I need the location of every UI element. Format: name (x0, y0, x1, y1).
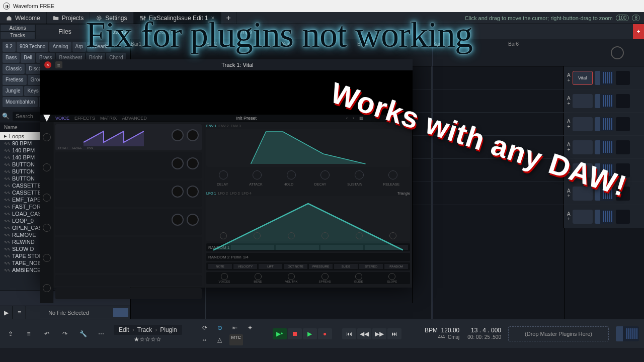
tag-arp[interactable]: Arp (72, 42, 87, 52)
tag-909-techno[interactable]: 909 Techno (17, 42, 49, 52)
macro-knob[interactable] (40, 152, 53, 183)
loop-icon[interactable]: ⟳ (199, 322, 210, 333)
tag-jungle[interactable]: Jungle (3, 86, 23, 96)
tag-9-2[interactable]: 9.2 (3, 42, 16, 52)
mtc-badge[interactable]: MTC (229, 334, 244, 345)
lfo-tab-3[interactable]: LFO 3 (230, 192, 239, 195)
macro-knob[interactable] (40, 122, 53, 152)
menu-icon[interactable]: ≡ (23, 328, 34, 339)
env-knob[interactable] (253, 170, 262, 179)
lfo-knob[interactable] (321, 232, 329, 239)
crumb-edit[interactable]: Edit (119, 326, 129, 333)
forward-end[interactable]: ⏭ (387, 328, 401, 339)
mod-source[interactable]: NOTE (208, 264, 232, 269)
plugin-slot-vital[interactable]: Vital (573, 71, 593, 85)
tag-moombahton[interactable]: Moombahton (3, 97, 38, 107)
more-icon[interactable]: ⋯ (96, 328, 107, 339)
file-list-button[interactable]: ≡ (13, 306, 26, 319)
mod-src-row[interactable]: NOTEVELOCITYLIFTOCT NOTEPRESSURESLIDESTE… (206, 262, 410, 270)
lfo-tab-2[interactable]: LFO 2 (218, 192, 227, 195)
stop-button[interactable] (288, 328, 302, 339)
tag-classic[interactable]: Classic (3, 64, 25, 74)
metronome-icon[interactable]: △ (214, 334, 225, 345)
global-knob[interactable]: BEND (242, 273, 274, 283)
play-button[interactable]: ▶ (303, 328, 317, 339)
vital-tab-effects[interactable]: EFFECTS (74, 116, 95, 121)
lfo-tab-1[interactable]: LFO 1 (206, 192, 216, 195)
file-play-button[interactable]: ▶ (0, 306, 13, 319)
sampler[interactable] (55, 209, 202, 235)
tab-welcome[interactable]: Welcome (0, 12, 47, 24)
env-tab-2[interactable]: ENV 2 (218, 124, 228, 128)
plugin-titlebar[interactable]: × ≡ Track 1: Vital (40, 59, 413, 70)
vital-search-icon[interactable]: 🔍 (404, 116, 410, 121)
actions-button[interactable]: Actions (0, 24, 35, 32)
tab-settings[interactable]: Settings (90, 12, 133, 24)
rating-stars[interactable]: ★☆☆☆☆ (114, 336, 182, 343)
envelope-display[interactable] (206, 129, 410, 167)
breadcrumb[interactable]: Edit › Track › Plugin (114, 325, 182, 335)
timecode[interactable]: 00: 00: 25 .500 (467, 334, 501, 341)
global-knob[interactable]: VOICES (208, 273, 240, 283)
vital-tab-voice[interactable]: VOICE (55, 116, 69, 121)
lfo-knob[interactable] (254, 232, 261, 239)
env-knob[interactable] (355, 170, 364, 179)
osc3-knob-b[interactable] (187, 186, 199, 198)
click-icon[interactable]: ✦ (245, 322, 256, 333)
tag-fretless[interactable]: Fretless (3, 75, 27, 85)
track-mixer[interactable] (595, 71, 614, 85)
tab-project[interactable]: FixScalingIssue Edit 1 × (134, 12, 221, 24)
vital-prev-preset[interactable]: ‹ (346, 116, 348, 121)
plugin-slot[interactable] (573, 163, 593, 177)
track-output[interactable] (616, 163, 630, 177)
plugin-close-button[interactable]: × (44, 61, 51, 68)
rewind-start[interactable]: ⏮ (342, 328, 356, 339)
record-button[interactable]: ● (318, 328, 332, 339)
track-mixer[interactable] (595, 163, 614, 177)
lfo-knob[interactable] (288, 232, 295, 239)
mod-source[interactable]: STEREO (359, 264, 383, 269)
pitch-wheel-row[interactable] (55, 275, 202, 286)
forward[interactable]: ▶▶ (372, 328, 386, 339)
env-knob[interactable] (320, 170, 330, 179)
vital-tab-advanced[interactable]: ADVANCED (122, 116, 146, 121)
smp-knob-b[interactable] (187, 214, 199, 226)
bpm-value[interactable]: 120.00 (441, 327, 460, 334)
osc2-knob-b[interactable] (187, 157, 199, 169)
track-output[interactable] (616, 71, 630, 85)
global-knob[interactable]: SPREAD (309, 273, 341, 283)
env-tab-3[interactable]: ENV 3 (230, 124, 240, 128)
plugin-slot[interactable] (573, 210, 593, 224)
osc3-knob-a[interactable] (172, 186, 184, 198)
mod-source[interactable]: VELOCITY (233, 264, 257, 269)
plugin-slot[interactable] (573, 187, 593, 201)
tab-add[interactable]: + (221, 12, 236, 24)
track-mixer[interactable] (595, 94, 614, 108)
track-output[interactable] (616, 140, 630, 154)
mod-source[interactable]: SLIDE (334, 264, 358, 269)
plugin-slot[interactable] (573, 117, 593, 131)
track-output[interactable] (616, 210, 630, 224)
zoom-badge[interactable]: 100 (616, 15, 629, 21)
lfo-shape[interactable]: Triangle (397, 192, 410, 195)
env-tab-1[interactable]: ENV 1 (206, 124, 216, 128)
tag-keys[interactable]: Keys (24, 86, 41, 96)
global-knob[interactable]: SLOPE (376, 273, 408, 283)
env-knob[interactable] (287, 170, 296, 179)
toolbar-search-input[interactable] (154, 29, 211, 35)
crumb-plugin[interactable]: Plugin (160, 326, 177, 333)
toolbar-search[interactable]: 🔍 (140, 24, 215, 39)
plugin-slot[interactable] (573, 140, 593, 154)
bars-beat[interactable]: 13 . 4 . 000 (467, 327, 501, 334)
plugin-menu-button[interactable]: ≡ (55, 61, 62, 68)
scroll-icon[interactable]: ↔ (199, 334, 210, 345)
tools-icon[interactable]: 🔧 (77, 328, 89, 339)
mod-source[interactable]: LIFT (259, 264, 282, 269)
add-track-button[interactable]: + (633, 24, 644, 39)
crumb-track[interactable]: Track (137, 326, 152, 333)
track-output[interactable] (616, 117, 630, 131)
smp-knob-a[interactable] (172, 214, 184, 226)
track-mixer[interactable] (595, 117, 614, 131)
tag-bass[interactable]: Bass (3, 53, 20, 63)
play-from-start-button[interactable]: ▶• (273, 328, 287, 339)
